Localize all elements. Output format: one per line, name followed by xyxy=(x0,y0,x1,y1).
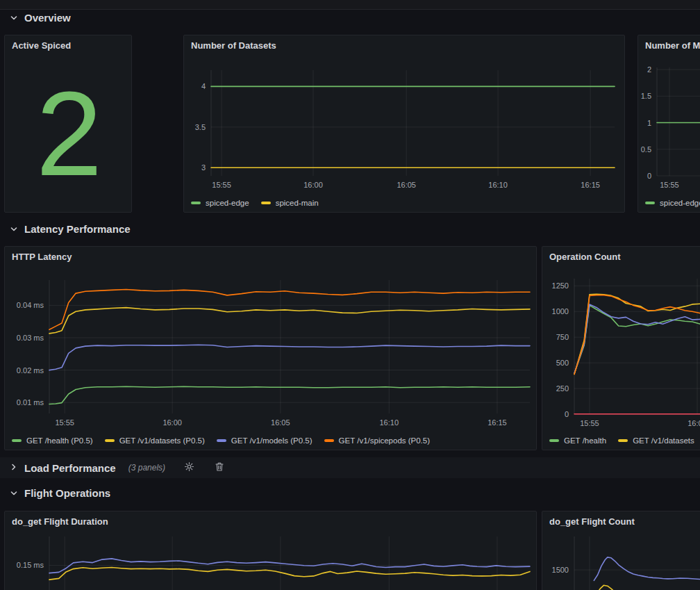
panel-title[interactable]: do_get Flight Count xyxy=(549,516,635,527)
y-tick-label: 0.02 ms xyxy=(17,366,44,375)
legend-swatch xyxy=(12,439,22,442)
panel-number-of-models: Number of Models 21.510.5015:55spiced-ed… xyxy=(638,35,700,213)
models-chart[interactable]: 21.510.5015:55spiced-edge xyxy=(638,35,700,212)
legend-item[interactable]: spiced-edge xyxy=(191,199,249,207)
x-tick-label: 15:55 xyxy=(55,418,74,427)
legend-swatch xyxy=(191,202,201,204)
y-tick-label: 0.01 ms xyxy=(17,398,44,407)
panel-title[interactable]: Operation Count xyxy=(549,252,621,262)
legend-swatch xyxy=(618,439,628,442)
chart-canvas[interactable]: 12501000750500250015:5516:00 xyxy=(542,247,700,450)
legend-label: spiced-main xyxy=(276,199,319,207)
operation-count-chart[interactable]: 12501000750500250015:5516:00GET /healthG… xyxy=(542,247,700,450)
y-tick-label: 1500 xyxy=(552,566,569,574)
x-tick-label: 16:05 xyxy=(271,418,290,427)
trash-icon xyxy=(215,461,224,474)
big-stat: 2 xyxy=(5,55,131,212)
x-tick-label: 16:10 xyxy=(488,181,508,189)
panel-title[interactable]: do_get Flight Duration xyxy=(12,516,108,527)
series-line xyxy=(594,557,700,582)
section-header-latency-performance[interactable]: Latency Performance xyxy=(10,223,131,235)
series-line xyxy=(49,345,530,370)
x-tick-label: 16:00 xyxy=(303,181,323,189)
section-label: Overview xyxy=(24,12,71,24)
legend-item[interactable]: GET /v1/spicepods (P0.5) xyxy=(324,436,430,445)
y-tick-label: 1000 xyxy=(552,307,569,316)
legend-item[interactable]: GET /health (P0.5) xyxy=(12,436,93,445)
y-tick-label: 500 xyxy=(556,359,569,367)
panel-count-label: (3 panels) xyxy=(128,463,165,473)
row-delete-button[interactable] xyxy=(213,460,226,475)
y-tick-label: 0.5 xyxy=(641,145,651,154)
legend-label: GET /v1/models (P0.5) xyxy=(231,436,312,445)
x-tick-label: 16:15 xyxy=(581,181,600,189)
chart-legend: GET /health (P0.5)GET /v1/datasets (P0.5… xyxy=(12,436,430,445)
series-line xyxy=(574,305,700,373)
panel-title[interactable]: HTTP Latency xyxy=(12,252,72,262)
panel-title[interactable]: Number of Models xyxy=(645,40,700,51)
http-latency-chart[interactable]: 0.04 ms0.03 ms0.02 ms0.01 ms15:5516:0016… xyxy=(5,247,536,450)
legend-item[interactable]: spiced-edge xyxy=(645,199,700,207)
legend-item[interactable]: spiced-main xyxy=(261,199,319,207)
legend-swatch xyxy=(217,439,226,442)
panel-number-of-datasets: Number of Datasets 43.5315:5516:0016:051… xyxy=(183,35,625,213)
stat-value: 2 xyxy=(36,74,101,193)
y-tick-label: 3.5 xyxy=(195,123,206,131)
y-tick-label: 1.5 xyxy=(641,92,651,100)
datasets-chart[interactable]: 43.5315:5516:0016:0516:1016:15spiced-edg… xyxy=(184,35,624,212)
top-bar xyxy=(0,0,700,10)
series-line xyxy=(49,568,530,580)
legend-label: GET /v1/datasets (P0.5) xyxy=(119,436,205,445)
series-line xyxy=(49,386,530,404)
legend-swatch xyxy=(324,439,334,442)
section-header-load-performance[interactable]: Load Performance (3 panels) xyxy=(0,457,700,478)
legend-item[interactable]: GET /v1/datasets (P0.5) xyxy=(105,436,205,445)
section-label: Load Performance xyxy=(24,462,116,474)
legend-item[interactable]: GET /v1/datasets xyxy=(618,436,694,445)
chevron-right-icon xyxy=(10,461,18,474)
y-tick-label: 1250 xyxy=(552,281,569,290)
legend-label: GET /health xyxy=(564,436,606,445)
legend-item[interactable]: GET /health xyxy=(549,436,606,445)
chart-canvas[interactable]: 0.04 ms0.03 ms0.02 ms0.01 ms15:5516:0016… xyxy=(5,247,537,450)
section-label: Flight Operations xyxy=(24,487,110,499)
panel-do-get-flight-count: do_get Flight Count 1500 xyxy=(542,511,700,590)
panel-title[interactable]: Active Spiced xyxy=(12,40,71,51)
legend-swatch xyxy=(261,202,271,204)
legend-swatch xyxy=(645,202,655,204)
y-tick-label: 4 xyxy=(201,82,206,90)
legend-label: GET /v1/datasets xyxy=(633,436,694,445)
x-tick-label: 15:55 xyxy=(580,419,599,427)
panel-operation-count: Operation Count 12501000750500250015:551… xyxy=(542,246,700,450)
legend-label: spiced-edge xyxy=(206,199,249,207)
chart-legend: spiced-edge xyxy=(645,199,700,207)
series-line xyxy=(49,308,530,334)
x-tick-label: 16:00 xyxy=(162,418,182,427)
y-tick-label: 0 xyxy=(565,410,569,418)
gear-icon xyxy=(184,461,194,474)
legend-swatch xyxy=(549,439,559,442)
y-tick-label: 2 xyxy=(647,65,651,74)
panel-do-get-flight-duration: do_get Flight Duration 0.15 ms xyxy=(4,511,537,590)
chart-legend: spiced-edgespiced-main xyxy=(191,199,319,207)
chevron-down-icon xyxy=(10,225,18,233)
row-settings-button[interactable] xyxy=(183,460,196,475)
legend-swatch xyxy=(105,439,115,442)
x-tick-label: 16:10 xyxy=(379,418,399,427)
x-tick-label: 15:55 xyxy=(660,181,679,189)
panel-active-spiced: Active Spiced 2 xyxy=(4,35,132,213)
section-header-overview[interactable]: Overview xyxy=(10,12,71,24)
x-tick-label: 15:55 xyxy=(212,181,231,189)
chevron-down-icon xyxy=(10,489,18,498)
y-tick-label: 0 xyxy=(647,172,651,180)
chart-canvas[interactable]: 43.5315:5516:0016:0516:1016:15 xyxy=(184,35,625,213)
x-tick-label: 16:15 xyxy=(488,418,507,427)
section-header-flight-operations[interactable]: Flight Operations xyxy=(10,487,110,499)
panel-title[interactable]: Number of Datasets xyxy=(191,40,276,51)
legend-item[interactable]: GET /v1/models (P0.5) xyxy=(217,436,312,445)
x-tick-label: 16:00 xyxy=(688,419,700,427)
chart-canvas[interactable]: 21.510.5015:55 xyxy=(638,35,700,213)
y-tick-label: 250 xyxy=(556,384,569,393)
legend-label: GET /health (P0.5) xyxy=(26,436,93,445)
legend-label: GET /v1/spicepods (P0.5) xyxy=(339,436,430,445)
